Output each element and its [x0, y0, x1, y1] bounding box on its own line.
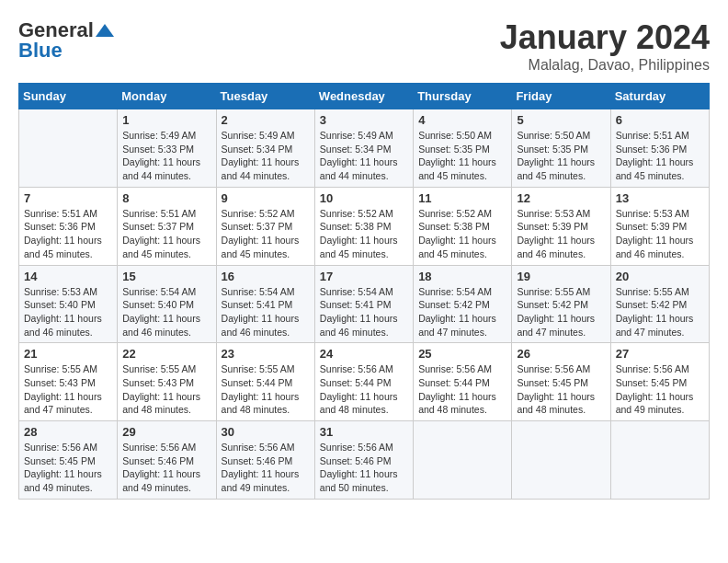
table-row: 8Sunrise: 5:51 AMSunset: 5:37 PMDaylight… — [118, 187, 216, 265]
day-info: Sunrise: 5:49 AMSunset: 5:34 PMDaylight:… — [320, 129, 408, 183]
table-row: 21Sunrise: 5:55 AMSunset: 5:43 PMDayligh… — [19, 343, 118, 421]
day-info: Sunrise: 5:49 AMSunset: 5:33 PMDaylight:… — [122, 129, 210, 183]
day-number: 21 — [24, 347, 112, 361]
day-info: Sunrise: 5:55 AMSunset: 5:43 PMDaylight:… — [24, 362, 112, 417]
table-row: 17Sunrise: 5:54 AMSunset: 5:41 PMDayligh… — [314, 265, 413, 343]
day-number: 3 — [320, 113, 408, 127]
col-saturday: Saturday — [610, 84, 709, 109]
table-row: 16Sunrise: 5:54 AMSunset: 5:41 PMDayligh… — [216, 265, 314, 343]
table-row: 7Sunrise: 5:51 AMSunset: 5:36 PMDaylight… — [19, 187, 118, 265]
day-info: Sunrise: 5:54 AMSunset: 5:42 PMDaylight:… — [418, 285, 506, 339]
table-row: 11Sunrise: 5:52 AMSunset: 5:38 PMDayligh… — [414, 187, 512, 265]
week-row-4: 28Sunrise: 5:56 AMSunset: 5:45 PMDayligh… — [19, 421, 710, 500]
table-row: 26Sunrise: 5:56 AMSunset: 5:45 PMDayligh… — [512, 343, 610, 421]
day-info: Sunrise: 5:53 AMSunset: 5:39 PMDaylight:… — [616, 207, 704, 261]
day-info: Sunrise: 5:54 AMSunset: 5:41 PMDaylight:… — [320, 285, 408, 339]
day-number: 18 — [418, 270, 506, 283]
table-row: 4Sunrise: 5:50 AMSunset: 5:35 PMDaylight… — [414, 109, 512, 188]
day-number: 10 — [320, 191, 408, 205]
day-info: Sunrise: 5:55 AMSunset: 5:43 PMDaylight:… — [122, 362, 210, 417]
table-row: 13Sunrise: 5:53 AMSunset: 5:39 PMDayligh… — [610, 187, 709, 265]
logo-icon — [96, 24, 114, 37]
week-row-2: 14Sunrise: 5:53 AMSunset: 5:40 PMDayligh… — [19, 265, 710, 343]
table-row: 19Sunrise: 5:55 AMSunset: 5:42 PMDayligh… — [512, 265, 610, 343]
day-info: Sunrise: 5:56 AMSunset: 5:46 PMDaylight:… — [122, 441, 210, 495]
day-info: Sunrise: 5:54 AMSunset: 5:40 PMDaylight:… — [122, 285, 210, 339]
day-number: 7 — [24, 191, 112, 205]
day-number: 6 — [616, 113, 704, 127]
table-row: 28Sunrise: 5:56 AMSunset: 5:45 PMDayligh… — [19, 421, 118, 500]
day-number: 22 — [122, 347, 210, 361]
table-row — [414, 421, 512, 500]
table-row: 6Sunrise: 5:51 AMSunset: 5:36 PMDaylight… — [610, 109, 709, 188]
logo-blue: Blue — [18, 39, 63, 63]
table-row: 18Sunrise: 5:54 AMSunset: 5:42 PMDayligh… — [414, 265, 512, 343]
day-info: Sunrise: 5:51 AMSunset: 5:36 PMDaylight:… — [24, 207, 112, 261]
col-sunday: Sunday — [19, 84, 118, 109]
table-row: 12Sunrise: 5:53 AMSunset: 5:39 PMDayligh… — [512, 187, 610, 265]
day-info: Sunrise: 5:56 AMSunset: 5:44 PMDaylight:… — [418, 362, 506, 417]
day-info: Sunrise: 5:50 AMSunset: 5:35 PMDaylight:… — [418, 129, 506, 183]
col-thursday: Thursday — [414, 84, 512, 109]
week-row-1: 7Sunrise: 5:51 AMSunset: 5:36 PMDaylight… — [19, 187, 710, 265]
day-info: Sunrise: 5:54 AMSunset: 5:41 PMDaylight:… — [222, 285, 310, 339]
day-number: 9 — [222, 191, 310, 205]
day-number: 27 — [616, 347, 704, 361]
day-info: Sunrise: 5:52 AMSunset: 5:38 PMDaylight:… — [418, 207, 506, 261]
table-row: 2Sunrise: 5:49 AMSunset: 5:34 PMDaylight… — [216, 109, 314, 188]
table-row: 15Sunrise: 5:54 AMSunset: 5:40 PMDayligh… — [118, 265, 216, 343]
table-row — [610, 421, 709, 500]
table-row: 22Sunrise: 5:55 AMSunset: 5:43 PMDayligh… — [118, 343, 216, 421]
table-row: 14Sunrise: 5:53 AMSunset: 5:40 PMDayligh… — [19, 265, 118, 343]
calendar-table: Sunday Monday Tuesday Wednesday Thursday… — [18, 83, 710, 500]
day-info: Sunrise: 5:53 AMSunset: 5:39 PMDaylight:… — [517, 207, 605, 261]
day-info: Sunrise: 5:55 AMSunset: 5:44 PMDaylight:… — [222, 362, 310, 417]
table-row: 20Sunrise: 5:55 AMSunset: 5:42 PMDayligh… — [610, 265, 709, 343]
table-row: 29Sunrise: 5:56 AMSunset: 5:46 PMDayligh… — [118, 421, 216, 500]
table-row: 23Sunrise: 5:55 AMSunset: 5:44 PMDayligh… — [216, 343, 314, 421]
table-row: 10Sunrise: 5:52 AMSunset: 5:38 PMDayligh… — [314, 187, 413, 265]
week-row-0: 1Sunrise: 5:49 AMSunset: 5:33 PMDaylight… — [19, 109, 710, 188]
table-row: 5Sunrise: 5:50 AMSunset: 5:35 PMDaylight… — [512, 109, 610, 188]
logo: General Blue — [18, 18, 116, 63]
table-row: 30Sunrise: 5:56 AMSunset: 5:46 PMDayligh… — [216, 421, 314, 500]
day-info: Sunrise: 5:52 AMSunset: 5:37 PMDaylight:… — [222, 207, 310, 261]
day-info: Sunrise: 5:56 AMSunset: 5:45 PMDaylight:… — [616, 362, 704, 417]
table-row: 31Sunrise: 5:56 AMSunset: 5:46 PMDayligh… — [314, 421, 413, 500]
day-number: 8 — [122, 191, 210, 205]
table-row: 24Sunrise: 5:56 AMSunset: 5:44 PMDayligh… — [314, 343, 413, 421]
day-number: 26 — [517, 347, 605, 361]
table-row: 9Sunrise: 5:52 AMSunset: 5:37 PMDaylight… — [216, 187, 314, 265]
calendar-subtitle: Malalag, Davao, Philippines — [500, 57, 710, 74]
day-number: 24 — [320, 347, 408, 361]
day-number: 11 — [418, 191, 506, 205]
day-info: Sunrise: 5:56 AMSunset: 5:45 PMDaylight:… — [517, 362, 605, 417]
table-row: 3Sunrise: 5:49 AMSunset: 5:34 PMDaylight… — [314, 109, 413, 188]
table-row: 27Sunrise: 5:56 AMSunset: 5:45 PMDayligh… — [610, 343, 709, 421]
col-friday: Friday — [512, 84, 610, 109]
day-number: 4 — [418, 113, 506, 127]
day-info: Sunrise: 5:51 AMSunset: 5:37 PMDaylight:… — [122, 207, 210, 261]
day-number: 13 — [616, 191, 704, 205]
day-number: 2 — [222, 113, 310, 127]
col-wednesday: Wednesday — [314, 84, 413, 109]
table-row: 25Sunrise: 5:56 AMSunset: 5:44 PMDayligh… — [414, 343, 512, 421]
table-row — [512, 421, 610, 500]
day-info: Sunrise: 5:51 AMSunset: 5:36 PMDaylight:… — [616, 129, 704, 183]
day-number: 31 — [320, 425, 408, 439]
day-number: 23 — [222, 347, 310, 361]
day-info: Sunrise: 5:55 AMSunset: 5:42 PMDaylight:… — [616, 285, 704, 339]
day-number: 25 — [418, 347, 506, 361]
day-number: 20 — [616, 270, 704, 283]
col-monday: Monday — [118, 84, 216, 109]
day-number: 17 — [320, 270, 408, 283]
day-info: Sunrise: 5:55 AMSunset: 5:42 PMDaylight:… — [517, 285, 605, 339]
header-row: Sunday Monday Tuesday Wednesday Thursday… — [19, 84, 710, 109]
day-info: Sunrise: 5:52 AMSunset: 5:38 PMDaylight:… — [320, 207, 408, 261]
table-row: 1Sunrise: 5:49 AMSunset: 5:33 PMDaylight… — [118, 109, 216, 188]
day-info: Sunrise: 5:50 AMSunset: 5:35 PMDaylight:… — [517, 129, 605, 183]
day-number: 30 — [222, 425, 310, 439]
svg-marker-0 — [96, 24, 114, 37]
day-number: 5 — [517, 113, 605, 127]
calendar-title: January 2024 — [500, 18, 710, 57]
